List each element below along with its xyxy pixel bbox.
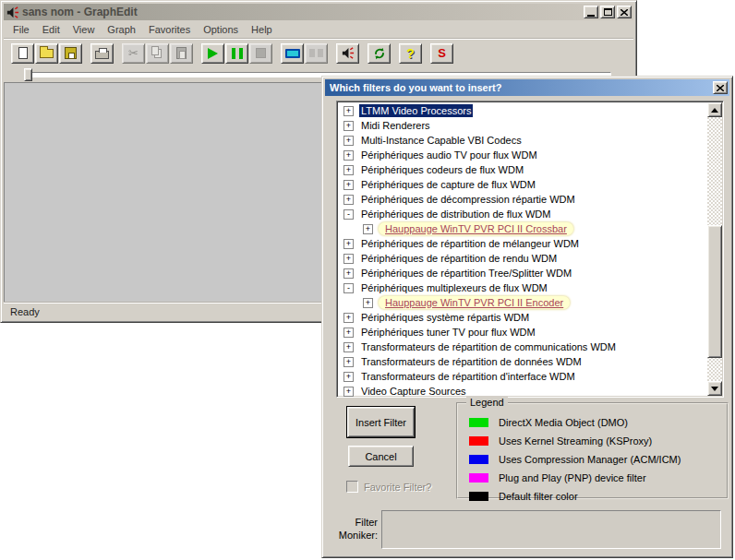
menu-edit[interactable]: Edit [36,22,66,37]
open-button[interactable] [35,43,58,64]
legend-entry: Plug and Play (PNP) device filter [469,469,723,487]
disconnect-button[interactable] [305,43,328,64]
expand-icon[interactable]: + [343,313,354,323]
stop-button[interactable] [249,43,272,64]
tree-item[interactable]: +Périphériques de répartition de mélange… [338,236,707,251]
maximize-button[interactable] [600,6,615,18]
expand-icon[interactable]: + [343,180,354,190]
menu-graph[interactable]: Graph [101,22,142,37]
tree-item[interactable]: +LTMM Video Processors [338,103,707,118]
dialog-title-bar[interactable]: Which filters do you want to insert? [325,79,729,96]
filter-moniker-field[interactable] [381,510,721,549]
refresh-button[interactable] [368,43,391,64]
tree-item[interactable]: +Périphériques audio TV pour flux WDM [338,148,707,162]
tree-item-label[interactable]: Transformateurs de répartition d'interfa… [359,370,577,383]
tree-item[interactable]: +Périphériques de décompression répartie… [338,192,707,207]
stats-button[interactable]: S [430,43,453,64]
minimize-button[interactable] [584,6,598,18]
tree-item[interactable]: +Transformateurs de répartition de donné… [338,354,707,369]
expand-icon[interactable]: + [363,298,373,308]
vertical-scrollbar[interactable] [707,102,722,396]
tree-item[interactable]: +Périphériques de répartition de rendu W… [338,251,707,266]
tree-item-label[interactable]: Périphériques de distribution de flux WD… [359,208,552,220]
tree-item-label[interactable]: Périphériques système répartis WDM [359,311,531,324]
tree-item[interactable]: +Midi Renderers [338,118,707,133]
expand-icon[interactable]: + [343,150,354,161]
insert-filter-button[interactable] [281,43,304,64]
scroll-up-button[interactable] [707,102,722,117]
tree-item-label[interactable]: Périphériques de répartition Tree/Splitt… [359,267,573,280]
tree-item-label[interactable]: Midi Renderers [359,119,432,132]
tree-item[interactable]: +Périphériques tuner TV pour flux WDM [338,325,707,340]
tree-item-label[interactable]: Périphériques audio TV pour flux WDM [359,149,539,161]
graphedit-button[interactable] [336,43,359,64]
scroll-down-button[interactable] [707,381,722,396]
expand-icon[interactable]: + [343,357,354,367]
tree-item[interactable]: +Video Capture Sources [338,384,707,397]
expand-icon[interactable]: + [363,224,373,234]
expand-icon[interactable]: + [343,254,354,264]
new-button[interactable] [11,43,34,64]
tree-item-label[interactable]: Video Capture Sources [359,385,468,397]
favorite-filter-checkbox[interactable]: Favorite Filter? [346,481,431,493]
tree-item-label[interactable]: Périphériques de capture de flux WDM [359,178,537,191]
print-button[interactable] [90,43,114,64]
menu-file[interactable]: File [6,22,36,37]
expand-icon[interactable]: + [343,372,354,382]
expand-icon[interactable]: + [343,121,354,131]
close-button[interactable] [617,6,632,18]
expand-icon[interactable]: + [343,268,354,279]
tree-item[interactable]: +Multi-Instance Capable VBI Codecs [338,133,707,148]
tree-item-label[interactable]: Hauppauge WinTV PVR PCI II Encoder [379,296,570,309]
tree-item-label[interactable]: LTMM Video Processors [359,104,473,117]
collapse-icon[interactable]: - [343,283,354,293]
expand-icon[interactable]: + [343,165,354,175]
scrollbar-thumb[interactable] [707,225,722,358]
play-button[interactable] [201,43,224,64]
tree-item[interactable]: +Périphériques système répartis WDM [338,310,707,325]
checkbox-icon[interactable] [346,481,358,493]
menu-options[interactable]: Options [197,22,245,37]
help-button[interactable]: ? [399,43,422,64]
tree-item[interactable]: +Transformateurs de répartition d'interf… [338,369,707,384]
tree-item-label[interactable]: Transformateurs de répartition de commun… [359,340,618,353]
save-button[interactable] [59,43,82,64]
paste-button[interactable] [170,43,193,64]
expand-icon[interactable]: + [343,387,354,397]
tree-item[interactable]: +Périphériques de capture de flux WDM [338,177,707,192]
cancel-button[interactable]: Cancel [348,446,414,467]
menu-view[interactable]: View [66,22,102,37]
dialog-close-button[interactable] [713,81,728,94]
expand-icon[interactable]: + [343,328,354,338]
tree-item-label[interactable]: Transformateurs de répartition de donnée… [359,355,584,368]
tree-item[interactable]: +Hauppauge WinTV PVR PCI II Encoder [338,295,707,310]
collapse-icon[interactable]: - [343,209,354,220]
expand-icon[interactable]: + [343,342,354,352]
tree-item-label[interactable]: Périphériques codeurs de flux WDM [359,163,525,176]
main-title-bar[interactable]: sans nom - GraphEdit [4,4,633,20]
tree-item[interactable]: -Périphériques multiplexeurs de flux WDM [338,280,707,295]
insert-filter-button[interactable]: Insert Filter [346,406,416,438]
tree-item-label[interactable]: Périphériques de décompression répartie … [359,193,577,206]
menu-help[interactable]: Help [245,22,279,37]
copy-button[interactable] [146,43,169,64]
tree-item-label[interactable]: Hauppauge WinTV PVR PCI II Crossbar [379,222,573,235]
tree-item-label[interactable]: Périphériques tuner TV pour flux WDM [359,326,537,339]
pause-button[interactable] [225,43,248,64]
expand-icon[interactable]: + [343,195,354,205]
trackbar-thumb[interactable] [24,68,32,81]
tree-item[interactable]: +Transformateurs de répartition de commu… [338,340,707,354]
tree-item[interactable]: +Périphériques codeurs de flux WDM [338,162,707,177]
tree-item[interactable]: +Hauppauge WinTV PVR PCI II Crossbar [338,221,707,236]
cut-button[interactable]: ✂ [122,43,145,64]
tree-item-label[interactable]: Périphériques de répartition de rendu WD… [359,252,559,265]
tree-item-label[interactable]: Multi-Instance Capable VBI Codecs [359,134,524,147]
tree-item[interactable]: -Périphériques de distribution de flux W… [338,207,707,221]
expand-icon[interactable]: + [343,136,354,146]
expand-icon[interactable]: + [343,106,354,116]
tree-item-label[interactable]: Périphériques de répartition de mélangeu… [359,237,581,250]
menu-favorites[interactable]: Favorites [142,22,197,37]
tree-item[interactable]: +Périphériques de répartition Tree/Split… [338,266,707,280]
tree-item-label[interactable]: Périphériques multiplexeurs de flux WDM [359,281,549,294]
expand-icon[interactable]: + [343,239,354,249]
